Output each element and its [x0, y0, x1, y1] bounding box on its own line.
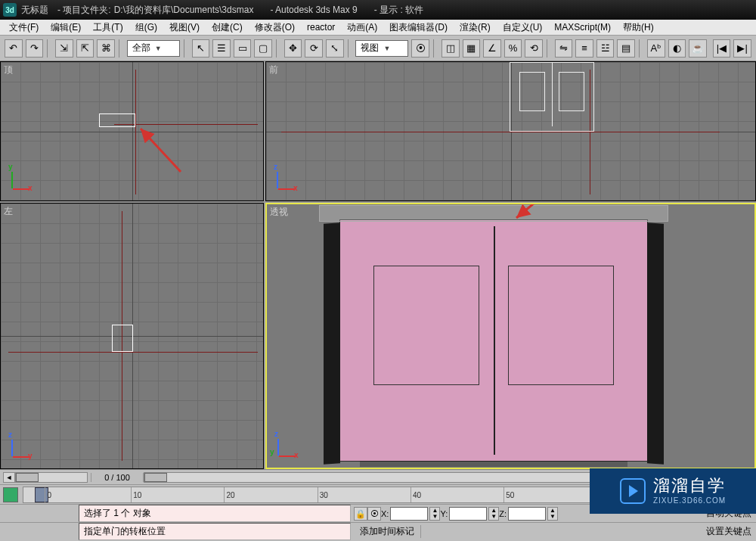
time-slider-thumb[interactable]	[16, 473, 39, 482]
coord-x-label: X:	[381, 509, 389, 518]
window-crossing-button[interactable]: ▢	[254, 39, 272, 58]
select-region-button[interactable]: ▭	[234, 39, 252, 58]
title-display: - 显示 : 软件	[374, 4, 423, 17]
schematic-view-button[interactable]: ▤	[617, 39, 635, 58]
menu-tools[interactable]: 工具(T)	[87, 20, 129, 36]
ruler-tick: 40	[411, 487, 421, 502]
main-toolbar: ↶ ↷ ⇲ ⇱ ⌘ 全部 ▼ ↖ ☰ ▭ ▢ ✥ ⟳ ⤡ 视图 ▼ ⦿ ◫ ▦ …	[0, 36, 756, 61]
select-object-button[interactable]: ↖	[192, 39, 210, 58]
time-slider-track[interactable]	[15, 472, 88, 483]
menu-modifiers[interactable]: 修改器(O)	[249, 20, 301, 36]
toolbar-sep	[184, 39, 188, 58]
pivot-center-button[interactable]: ⦿	[411, 39, 429, 58]
arrow-left-icon[interactable]: ◄	[3, 472, 15, 483]
viewport-top[interactable]: 顶 yx	[0, 61, 264, 201]
play-button[interactable]	[3, 487, 18, 502]
toolbar-sep	[276, 39, 280, 58]
menu-customize[interactable]: 自定义(U)	[497, 20, 549, 36]
skip-start-button[interactable]: |◀	[713, 39, 731, 58]
spinner-snap-button[interactable]: ⟲	[525, 39, 543, 58]
object-wireframe	[112, 325, 133, 352]
viewport-left[interactable]: 左 zy	[0, 203, 264, 469]
menu-group[interactable]: 组(G)	[129, 20, 163, 36]
menu-edit[interactable]: 编辑(E)	[45, 20, 87, 36]
viewport-label-persp: 透视	[270, 206, 288, 219]
menu-views[interactable]: 视图(V)	[163, 20, 206, 36]
coord-z: Z: ▲▼	[499, 507, 558, 521]
axis-gizmo-icon: zy	[7, 432, 37, 462]
move-button[interactable]: ✥	[284, 39, 302, 58]
selection-filter-value: 全部	[132, 42, 150, 54]
toolbar-sep	[639, 39, 643, 58]
coord-x-input[interactable]	[390, 507, 428, 521]
layers-button[interactable]: ☳	[596, 39, 615, 58]
render-button[interactable]: ☕	[689, 39, 707, 58]
selection-filter-combo[interactable]: 全部 ▼	[127, 40, 180, 57]
coord-y-input[interactable]	[449, 507, 487, 521]
bind-button[interactable]: ⌘	[97, 39, 115, 58]
time-slider-thumb[interactable]	[144, 473, 167, 482]
menu-create[interactable]: 创建(C)	[206, 20, 249, 36]
menu-render[interactable]: 渲染(R)	[454, 20, 497, 36]
axis-gizmo-icon: zx	[272, 164, 302, 194]
snap-grid-button[interactable]: ▦	[463, 39, 481, 58]
viewport-front[interactable]: 前 zx	[265, 61, 756, 201]
ruler-tick: 30	[318, 487, 328, 502]
ruler-tick: 0	[45, 487, 51, 502]
snap-angle-button[interactable]: ∠	[483, 39, 501, 58]
title-bar: 3d 无标题 - 项目文件夹: D:\我的资料库\Documents\3dsma…	[0, 0, 756, 20]
ruler-tick: 20	[224, 487, 234, 502]
coord-x: X: ▲▼	[381, 507, 440, 521]
unlink-button[interactable]: ⇱	[76, 39, 94, 58]
spinner-icon[interactable]: ▲▼	[547, 507, 558, 521]
menu-animation[interactable]: 动画(A)	[341, 20, 383, 36]
toolbar-sep	[547, 39, 551, 58]
coord-z-label: Z:	[499, 509, 507, 518]
menu-grapheditor[interactable]: 图表编辑器(D)	[383, 20, 454, 36]
abc-button[interactable]: Aᵇ	[647, 39, 665, 58]
viewport-perspective[interactable]: 透视 zxy	[265, 203, 756, 469]
align-button[interactable]: ≡	[575, 39, 593, 58]
link-button[interactable]: ⇲	[55, 39, 73, 58]
material-editor-button[interactable]: ◐	[668, 39, 686, 58]
grid-icon	[1, 62, 263, 201]
redo-button[interactable]: ↷	[26, 39, 44, 58]
construction-line	[8, 352, 258, 353]
spinner-icon[interactable]: ▲▼	[429, 507, 440, 521]
rotate-button[interactable]: ⟳	[305, 39, 323, 58]
lock-icon[interactable]: 🔒	[354, 507, 367, 521]
menu-reactor[interactable]: reactor	[301, 20, 341, 34]
spinner-icon[interactable]: ▲▼	[488, 507, 499, 521]
snap-percent-button[interactable]: %	[504, 39, 522, 58]
chevron-down-icon: ▼	[155, 45, 162, 52]
selection-info: 选择了 1 个 对象	[79, 505, 351, 522]
watermark-sub: ZIXUE.3D66.COM	[653, 497, 726, 505]
coord-mode-icon[interactable]: ⦿	[367, 507, 381, 521]
construction-line	[135, 70, 136, 194]
construction-line	[281, 132, 720, 132]
menu-file[interactable]: 文件(F)	[3, 20, 45, 36]
set-key-button[interactable]: 设置关键点	[702, 525, 756, 538]
ref-coord-combo[interactable]: 视图 ▼	[355, 40, 408, 57]
object-wireframe	[99, 113, 135, 127]
menu-help[interactable]: 帮助(H)	[617, 20, 660, 36]
add-time-tag-button[interactable]: 添加时间标记	[354, 525, 421, 538]
app-icon: 3d	[3, 3, 17, 17]
toolbar-sep	[119, 39, 123, 58]
coord-z-input[interactable]	[508, 507, 546, 521]
manipulate-button[interactable]: ◫	[442, 39, 460, 58]
mirror-button[interactable]: ⇋	[555, 39, 573, 58]
coord-y: Y: ▲▼	[440, 507, 499, 521]
menu-maxscript[interactable]: MAXScript(M)	[548, 20, 617, 34]
prompt-message: 指定单门的转枢位置	[79, 523, 351, 540]
viewport-label-front: 前	[269, 64, 278, 76]
select-by-name-button[interactable]: ☰	[212, 39, 231, 58]
ruler-tick: 10	[131, 487, 141, 502]
viewport-label-top: 顶	[4, 64, 13, 76]
chevron-down-icon: ▼	[383, 45, 390, 52]
bottom-panel: ◄ 0 / 100 ► 0 10 20 30 40 50 60 选择了 1 个 …	[0, 469, 756, 541]
skip-end-button[interactable]: ▶|	[733, 39, 751, 58]
undo-button[interactable]: ↶	[5, 39, 23, 58]
watermark-badge: 溜溜自学 ZIXUE.3D66.COM	[590, 468, 756, 514]
scale-button[interactable]: ⤡	[326, 39, 344, 58]
